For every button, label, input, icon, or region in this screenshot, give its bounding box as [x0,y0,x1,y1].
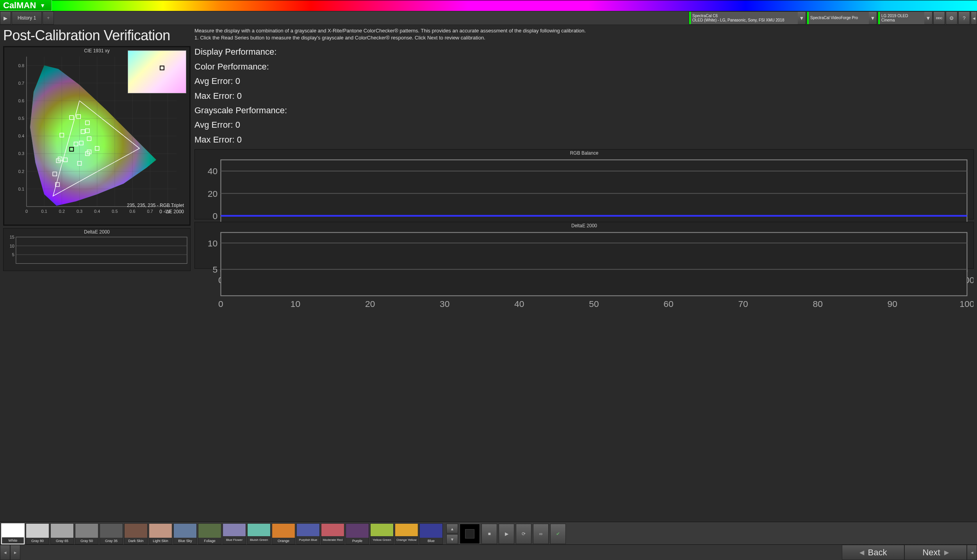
read-single-button[interactable]: ▶ [499,524,514,544]
swatch-moderate-red[interactable]: Moderate Red [321,523,344,544]
read-confirm-button[interactable]: ✔ [550,524,566,544]
swatch-gray-50[interactable]: Gray 50 [75,523,98,544]
instructions-text: Measure the display with a combination o… [194,27,974,41]
swatch-bluish-green[interactable]: Bluish Green [247,523,271,544]
next-button[interactable]: Next ▶ [904,545,967,560]
swatch-label: Orange [272,538,295,544]
svg-rect-56 [16,237,187,264]
svg-text:50: 50 [589,299,599,309]
footer-collapse-button[interactable]: ◂ [967,545,977,560]
swatch-controls: ▴ ▾ ■ ▶ ⟳ ∞ ✔ [444,523,566,544]
svg-text:0.4: 0.4 [18,134,24,138]
swatch-label: Moderate Red [321,536,344,544]
swatch-orange[interactable]: Orange [272,523,295,544]
tab-add-button[interactable]: + [43,11,54,25]
read-continuous-button[interactable]: ∞ [533,524,549,544]
svg-text:0: 0 [25,209,28,214]
back-button[interactable]: ◀ Back [842,545,904,560]
deltae-right-chart: DeltaE 2000 5100102030405060708090100 [194,222,974,269]
swatch-label: White [2,537,24,544]
metrics-block: Display Performance: Color Performance: … [194,45,974,147]
swatch-blue[interactable]: Blue [419,523,443,544]
swatch-chip [321,524,344,536]
ddc-button[interactable]: DDC [933,11,945,25]
help-icon: ? [963,15,965,21]
cie-chart-panel: CIE 1931 xy 00.10.20.30.40.50.60.70.80.1… [3,46,191,226]
collapse-right-button[interactable]: ◂ [971,11,977,25]
swatch-gray-35[interactable]: Gray 35 [100,523,123,544]
swatch-foliage[interactable]: Foliage [198,523,221,544]
footer-prev-small[interactable]: ◂ [0,545,10,560]
gs-avg-error-value: 0 [235,120,240,130]
back-label: Back [868,548,887,558]
svg-text:0.7: 0.7 [18,81,24,86]
play-button[interactable]: ▶ [0,11,11,25]
svg-text:0.1: 0.1 [41,209,47,214]
triangle-left-icon: ◀ [859,549,864,556]
swatch-blue-sky[interactable]: Blue Sky [173,523,197,544]
scroll-down-button[interactable]: ▾ [446,534,458,544]
color-perf-label: Color Performance: [194,59,974,74]
rgb-balance-chart: RGB Balance -40-200204005101520253035404… [194,149,974,219]
svg-text:0: 0 [218,299,223,309]
swatch-orange-yellow[interactable]: Orange Yellow [395,523,418,544]
svg-text:5: 5 [12,252,14,257]
svg-text:40: 40 [208,166,218,176]
gs-avg-error-label: Avg Error: [194,120,233,130]
footer-next-small[interactable]: ▸ [10,545,20,560]
help-button[interactable]: ? [958,11,970,25]
swatch-gray-65[interactable]: Gray 65 [50,523,74,544]
svg-text:0.2: 0.2 [18,169,24,174]
svg-text:0.4: 0.4 [94,209,100,214]
swatch-chip [198,524,221,538]
svg-rect-96 [221,232,967,296]
svg-text:10: 10 [10,244,14,248]
swatch-label: Purple [346,538,369,544]
triangle-right-icon: ▶ [944,549,949,556]
page-title: Post-Calibration Verification [3,27,191,44]
chevron-left-icon: ◂ [973,15,975,21]
swatch-label: Gray 35 [100,538,123,544]
scroll-up-button[interactable]: ▴ [446,524,458,533]
source-selector[interactable]: SpectraCal VideoForge Pro ▼ [807,11,877,25]
swatch-white[interactable]: White [1,523,25,544]
meter-selector[interactable]: SpectraCal C6 OLED (White) - LG, Panason… [689,11,806,25]
tab-history[interactable]: History 1 [12,11,42,25]
read-series-button[interactable]: ⟳ [516,524,531,544]
svg-text:20: 20 [208,189,218,199]
swatch-chip [2,524,24,537]
display-selector[interactable]: LG 2019 OLED Cinema ▼ [878,11,932,25]
max-error-label: Max Error: [194,91,235,101]
settings-button[interactable]: ⚙ [946,11,957,25]
swatch-yellow-green[interactable]: Yellow Green [370,523,394,544]
swatch-label: Foliage [198,538,221,544]
svg-text:30: 30 [440,299,449,309]
display-perf-label: Display Performance: [194,45,974,59]
swatch-chip [420,524,442,538]
swatch-light-skin[interactable]: Light Skin [149,523,172,544]
swatch-chip [51,524,73,538]
swatch-dark-skin[interactable]: Dark Skin [124,523,148,544]
swatch-purplish-blue[interactable]: Purplish Blue [296,523,320,544]
grayscale-perf-label: Grayscale Performance: [194,103,974,118]
svg-text:5: 5 [212,264,218,275]
svg-text:10: 10 [208,238,218,248]
meter-name: SpectraCal C6 [692,14,796,18]
swatch-blue-flower[interactable]: Blue Flower [223,523,246,544]
swatch-label: Bluish Green [248,536,270,544]
swatch-chip [395,524,418,536]
swatch-purple[interactable]: Purple [346,523,369,544]
swatch-chip [174,524,196,538]
brand-menu[interactable]: CalMAN ▼ [0,0,52,11]
svg-text:0.7: 0.7 [147,209,153,214]
swatch-label: Blue Flower [223,536,246,544]
svg-text:60: 60 [663,299,673,309]
swatch-label: Light Skin [149,538,172,544]
avg-error-value: 0 [235,76,240,86]
svg-text:40: 40 [514,299,524,309]
cie-caption-rgb: 235, 235, 235 - RGB Triplet [127,203,184,208]
stop-button[interactable]: ■ [481,524,497,544]
svg-text:100: 100 [959,299,973,309]
swatch-gray-80[interactable]: Gray 80 [26,523,49,544]
svg-text:0.2: 0.2 [59,209,65,214]
